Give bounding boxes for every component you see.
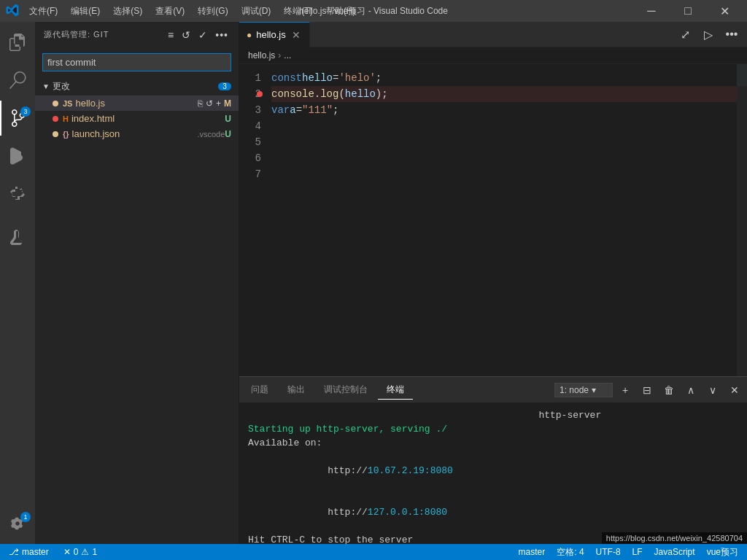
commit-icon[interactable]: ✓ [197,28,209,42]
discard-changes-icon[interactable]: ↺ [206,98,213,109]
watermark: https://blog.csdn.net/weixin_42580704 [602,532,747,544]
activity-source-control[interactable]: 3 [0,101,35,136]
activity-test[interactable] [0,220,35,255]
chevron-down-icon-terminal: ▾ [592,385,596,395]
fn-console: console [271,86,314,102]
tab-output[interactable]: 输出 [279,381,314,399]
terminal-line-ip2: http://127.0.0.1:8080 [248,491,738,533]
maximize-panel-button[interactable]: ∧ [681,381,700,400]
source-control-badge: 3 [20,106,31,117]
status-project[interactable]: vue预习 [704,546,741,559]
discard-icon[interactable]: ↺ [180,28,193,42]
status-cursor-position[interactable]: master [516,546,549,559]
activity-extensions[interactable] [0,176,35,211]
menu-file[interactable]: 文件(F) [23,4,63,19]
tab-hello-js[interactable]: ● hello.js ✕ [239,22,310,47]
cursor-pos-text: master [519,547,546,557]
tab-debug-console[interactable]: 调试控制台 [315,381,376,399]
activity-bottom: 1 [0,506,35,544]
menu-goto[interactable]: 转到(G) [192,4,233,19]
code-line-5 [271,134,747,150]
file-item-index-html[interactable]: H index.html U [35,111,239,126]
status-encoding[interactable]: UTF-8 [593,546,624,559]
punct-dot: . [314,86,320,102]
menu-edit[interactable]: 编辑(E) [65,4,106,19]
tab-close-button[interactable]: ✕ [290,28,302,42]
code-editor[interactable]: 1 2 3 4 5 6 7 const hello = 'helo' ; [239,64,747,376]
str-helo: 'helo' [338,70,375,86]
run-icon[interactable]: ▷ [699,25,718,44]
error-icon: ✕ [63,547,71,557]
warning-count: 1 [92,547,97,557]
tab-file-icon: ● [247,30,252,40]
close-panel-button[interactable]: ✕ [725,381,744,400]
file-new-indicator-2 [53,131,58,137]
file-status-modified: M [224,98,231,109]
delete-terminal-button[interactable]: 🗑 [659,381,678,400]
stage-all-icon[interactable]: ≡ [166,28,176,42]
vscode-logo [6,4,19,19]
chevron-down-icon: ▼ [42,82,50,90]
changes-header[interactable]: ▼ 更改 3 [35,77,239,96]
close-button[interactable]: ✕ [708,0,741,22]
status-errors[interactable]: ✕ 0 ⚠ 1 [61,547,100,557]
changes-count-badge: 3 [218,82,231,90]
status-branch[interactable]: ⎇ master [6,547,52,557]
status-spaces[interactable]: 空格: 4 [554,546,587,559]
minimize-panel-button[interactable]: ∨ [703,381,722,400]
code-content[interactable]: const hello = 'helo' ; console . log ( h… [268,64,747,376]
terminal-panel: 问题 输出 调试控制台 终端 1: node ▾ + ⊟ 🗑 ∧ ∨ ✕ [239,376,747,544]
new-terminal-button[interactable]: + [616,381,635,400]
var-hello-2: hello [345,86,376,102]
file-item-launch-json[interactable]: {} launch.json .vscode U [35,126,239,141]
str-111: "111" [302,102,333,118]
minimize-button[interactable]: ─ [635,0,668,22]
var-hello: hello [302,70,333,86]
activity-explorer[interactable] [0,25,35,60]
error-indicator [257,91,263,97]
window-title: hello.js - vue预习 - Visual Studio Code [299,5,448,18]
terminal-line-ip1: http://10.67.2.19:8080 [248,450,738,491]
status-eol[interactable]: LF [630,546,646,559]
stage-changes-icon[interactable]: + [216,98,221,109]
tab-problems[interactable]: 问题 [242,381,277,399]
encoding-text: UTF-8 [596,547,621,557]
menu-view[interactable]: 查看(V) [150,4,190,19]
file-item-hello-js[interactable]: JS hello.js ⎘ ↺ + M [35,96,239,111]
tab-label: hello.js [256,29,285,40]
changes-section: ▼ 更改 3 JS hello.js ⎘ ↺ + M H index [35,77,239,544]
menu-select[interactable]: 选择(S) [107,4,148,19]
project-name: vue预习 [707,546,738,559]
commit-message-input[interactable] [42,53,231,71]
git-branch-icon: ⎇ [9,547,19,557]
settings-badge: 1 [20,512,31,522]
var-a: a [290,102,295,118]
tab-terminal[interactable]: 终端 [378,381,413,400]
menu-debug[interactable]: 调试(D) [236,4,277,19]
file-item-actions: ⎘ ↺ + [198,98,221,109]
changes-label: 更改 [53,80,70,93]
code-line-6 [271,150,747,166]
keyword-const: const [271,70,302,86]
more-actions-toolbar-icon[interactable]: ••• [722,25,741,44]
code-line-4 [271,118,747,134]
sidebar-header: 源代码管理: GIT ≡ ↺ ✓ ••• [35,22,239,47]
open-file-icon[interactable]: ⎘ [198,98,203,109]
activity-run[interactable] [0,139,35,174]
terminal-content[interactable]: http-server Starting up http-server, ser… [239,402,747,544]
breadcrumb-section[interactable]: ... [284,50,291,61]
terminal-instance-dropdown[interactable]: 1: node ▾ [554,383,613,397]
maximize-button[interactable]: □ [671,0,705,22]
punct-assign: = [333,70,338,86]
code-line-1: const hello = 'helo' ; [271,70,747,86]
error-count: 0 [74,547,79,557]
breadcrumb-file[interactable]: hello.js [248,50,275,61]
language-text: JavaScript [654,547,695,557]
activity-bar: 3 1 [0,22,35,544]
status-language[interactable]: JavaScript [651,546,698,559]
split-terminal-button[interactable]: ⊟ [638,381,657,400]
activity-search[interactable] [0,63,35,98]
more-actions-icon[interactable]: ••• [214,28,230,42]
split-editor-icon[interactable]: ⤢ [676,25,694,44]
activity-settings[interactable]: 1 [0,506,35,541]
